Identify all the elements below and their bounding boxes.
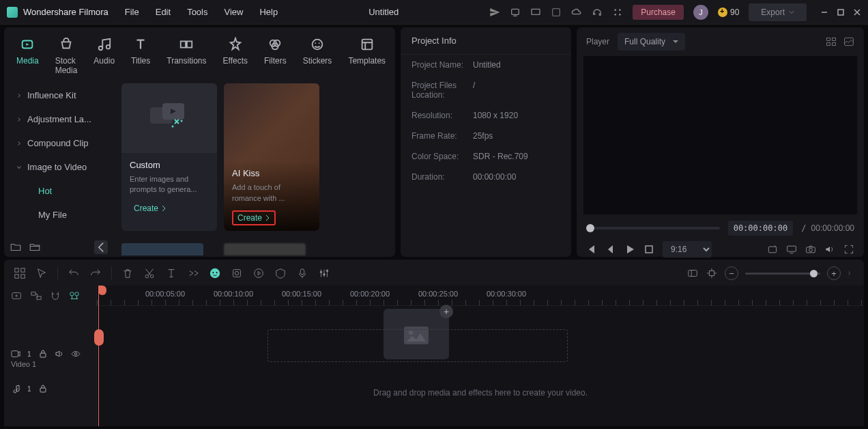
- sidebar-item-adjustment-layer[interactable]: Adjustment La...: [4, 107, 113, 131]
- sidebar-item-influence-kit[interactable]: Influence Kit: [4, 83, 113, 107]
- zoom-fit-icon[interactable]: [848, 267, 854, 279]
- open-folder-icon[interactable]: [29, 242, 41, 253]
- prev-frame-icon[interactable]: [586, 244, 597, 255]
- tab-stickers[interactable]: Stickers: [295, 34, 341, 78]
- timeline-canvas[interactable]: 00:00:05:00 00:00:10:00 00:00:15:00 00:0…: [97, 286, 864, 426]
- fullscreen-icon[interactable]: [843, 244, 854, 255]
- tab-stock-media[interactable]: Stock Media: [47, 34, 86, 78]
- create-button-ai-kiss[interactable]: Create: [232, 210, 276, 225]
- cursor-icon[interactable]: [35, 267, 48, 279]
- ai-icon[interactable]: [209, 267, 221, 279]
- cut-icon[interactable]: [143, 267, 156, 279]
- menu-help[interactable]: Help: [259, 7, 278, 17]
- seek-slider[interactable]: [586, 227, 720, 230]
- tab-templates[interactable]: Templates: [340, 34, 394, 78]
- sidebar-sub-my-file[interactable]: My File: [4, 203, 113, 227]
- menu-tools[interactable]: Tools: [187, 7, 207, 17]
- save-icon[interactable]: [551, 7, 562, 18]
- mute-icon[interactable]: [55, 349, 64, 359]
- purchase-button[interactable]: Purchase: [633, 5, 684, 20]
- tab-audio[interactable]: Audio: [85, 34, 123, 78]
- card-ai-kiss[interactable]: AI Kiss Add a touch of romance with ... …: [224, 83, 319, 231]
- tab-titles[interactable]: Titles: [123, 34, 158, 78]
- sidebar-sub-hot[interactable]: Hot: [4, 179, 113, 203]
- playhead-handle[interactable]: [98, 286, 106, 295]
- menu-edit[interactable]: Edit: [156, 7, 171, 17]
- svg-point-20: [172, 126, 174, 128]
- headphones-icon[interactable]: [592, 7, 603, 18]
- timeline-ruler[interactable]: 00:00:05:00 00:00:10:00 00:00:15:00 00:0…: [97, 286, 864, 306]
- tab-media[interactable]: Media: [8, 34, 47, 78]
- info-label: Project Files Location:: [411, 81, 473, 100]
- visibility-icon[interactable]: [71, 349, 81, 359]
- mask-icon[interactable]: [274, 267, 287, 279]
- camera-icon[interactable]: [805, 244, 816, 255]
- undo-icon[interactable]: [68, 267, 80, 279]
- volume-icon[interactable]: [824, 244, 835, 255]
- new-folder-icon[interactable]: [10, 242, 22, 253]
- drop-zone[interactable]: [267, 329, 568, 362]
- info-value: /: [473, 81, 475, 100]
- tab-filters[interactable]: Filters: [256, 34, 295, 78]
- user-avatar[interactable]: J: [693, 5, 708, 20]
- aspect-ratio-select[interactable]: 9:16: [663, 241, 712, 258]
- track-header-audio[interactable]: 1: [4, 374, 96, 403]
- speed-icon[interactable]: [252, 267, 265, 279]
- grid-icon[interactable]: [612, 7, 623, 18]
- step-back-icon[interactable]: [605, 244, 616, 255]
- header-icons: Purchase J 90 Export: [489, 3, 807, 21]
- track-magnet-icon[interactable]: [49, 290, 61, 301]
- track-add-icon[interactable]: [11, 290, 23, 301]
- playhead-line[interactable]: [98, 286, 99, 426]
- svg-rect-44: [300, 269, 304, 275]
- marker-out-icon[interactable]: [706, 267, 718, 279]
- tab-effects[interactable]: Effects: [215, 34, 256, 78]
- marker-in-icon[interactable]: [686, 267, 699, 279]
- track-header-video1[interactable]: 1 Video 1: [4, 344, 96, 373]
- export-button[interactable]: Export: [749, 3, 807, 21]
- track-auto-icon[interactable]: [68, 290, 81, 301]
- coins-badge[interactable]: 90: [718, 8, 739, 17]
- more-icon[interactable]: [187, 267, 199, 279]
- display-icon[interactable]: [530, 7, 541, 18]
- track-link-icon[interactable]: [30, 290, 42, 301]
- minimize-icon[interactable]: [820, 8, 828, 16]
- tab-transitions[interactable]: Transitions: [158, 34, 214, 78]
- quality-select[interactable]: Full Quality: [618, 33, 685, 51]
- sidebar-item-image-to-video[interactable]: Image to Video: [4, 155, 113, 179]
- stop-icon[interactable]: [643, 244, 654, 255]
- cloud-icon[interactable]: [571, 7, 582, 18]
- text-icon[interactable]: [165, 267, 177, 279]
- card-thumb[interactable]: [224, 243, 306, 255]
- menu-view[interactable]: View: [224, 7, 243, 17]
- player-viewport[interactable]: [583, 56, 857, 214]
- arrange-icon[interactable]: [14, 267, 26, 279]
- snapshot-icon[interactable]: [767, 244, 778, 255]
- playhead-knob[interactable]: [94, 329, 104, 346]
- device-icon[interactable]: [510, 7, 521, 18]
- sidebar-item-compound-clip[interactable]: Compound Clip: [4, 131, 113, 155]
- delete-icon[interactable]: [121, 267, 134, 279]
- card-custom[interactable]: Custom Enter images and prompts to gener…: [121, 83, 217, 231]
- add-media-icon[interactable]: +: [439, 305, 453, 318]
- redo-icon[interactable]: [89, 267, 102, 279]
- zoom-slider[interactable]: [745, 273, 820, 275]
- menu-file[interactable]: File: [125, 7, 139, 17]
- grid-view-icon[interactable]: [826, 36, 837, 47]
- zoom-out-button[interactable]: −: [725, 266, 738, 280]
- lock-icon[interactable]: [38, 384, 48, 393]
- close-icon[interactable]: [853, 8, 861, 16]
- lock-icon[interactable]: [38, 349, 48, 359]
- send-icon[interactable]: [489, 7, 500, 18]
- card-thumb[interactable]: [121, 243, 203, 255]
- crop-icon[interactable]: [231, 267, 243, 279]
- mixer-icon[interactable]: [318, 267, 330, 279]
- zoom-in-button[interactable]: +: [827, 266, 841, 280]
- mic-icon[interactable]: [296, 267, 308, 279]
- create-button-custom[interactable]: Create: [130, 202, 209, 214]
- maximize-icon[interactable]: [837, 8, 845, 16]
- display-mode-icon[interactable]: [786, 244, 797, 255]
- collapse-sidebar-button[interactable]: [94, 240, 108, 254]
- picture-icon[interactable]: [843, 36, 854, 47]
- play-icon[interactable]: [624, 244, 635, 255]
